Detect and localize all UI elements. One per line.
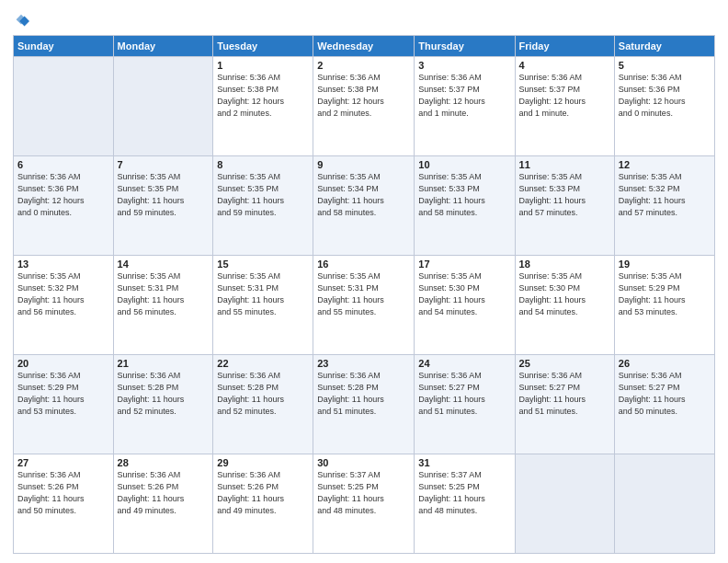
- header-cell-wednesday: Wednesday: [313, 36, 415, 57]
- day-number: 14: [118, 259, 210, 270]
- day-cell: 28Sunrise: 5:36 AM Sunset: 5:26 PM Dayli…: [113, 454, 213, 554]
- day-detail: Sunrise: 5:35 AM Sunset: 5:29 PM Dayligh…: [619, 270, 711, 318]
- header-cell-sunday: Sunday: [14, 36, 114, 57]
- week-row-3: 13Sunrise: 5:35 AM Sunset: 5:32 PM Dayli…: [14, 256, 715, 355]
- day-number: 7: [118, 159, 210, 170]
- day-cell: 14Sunrise: 5:35 AM Sunset: 5:31 PM Dayli…: [113, 256, 213, 355]
- day-cell: 10Sunrise: 5:35 AM Sunset: 5:33 PM Dayli…: [415, 156, 515, 256]
- day-number: 25: [519, 358, 610, 369]
- day-detail: Sunrise: 5:35 AM Sunset: 5:31 PM Dayligh…: [317, 270, 410, 318]
- day-detail: Sunrise: 5:35 AM Sunset: 5:34 PM Dayligh…: [317, 171, 410, 219]
- day-number: 26: [619, 358, 711, 369]
- day-number: 12: [619, 159, 711, 170]
- day-number: 15: [217, 259, 309, 270]
- day-detail: Sunrise: 5:36 AM Sunset: 5:27 PM Dayligh…: [418, 370, 510, 418]
- day-number: 27: [17, 457, 109, 468]
- day-detail: Sunrise: 5:36 AM Sunset: 5:26 PM Dayligh…: [217, 469, 309, 517]
- day-cell: 26Sunrise: 5:36 AM Sunset: 5:27 PM Dayli…: [614, 355, 714, 454]
- day-number: 31: [418, 457, 510, 468]
- week-row-5: 27Sunrise: 5:36 AM Sunset: 5:26 PM Dayli…: [14, 454, 715, 554]
- day-detail: Sunrise: 5:35 AM Sunset: 5:35 PM Dayligh…: [217, 171, 309, 219]
- day-cell: [113, 57, 213, 156]
- header: [13, 9, 715, 29]
- day-detail: Sunrise: 5:36 AM Sunset: 5:29 PM Dayligh…: [17, 370, 109, 418]
- day-cell: 24Sunrise: 5:36 AM Sunset: 5:27 PM Dayli…: [415, 355, 515, 454]
- day-detail: Sunrise: 5:35 AM Sunset: 5:31 PM Dayligh…: [217, 270, 309, 318]
- day-cell: 23Sunrise: 5:36 AM Sunset: 5:28 PM Dayli…: [313, 355, 415, 454]
- day-detail: Sunrise: 5:36 AM Sunset: 5:27 PM Dayligh…: [619, 370, 711, 418]
- day-cell: 11Sunrise: 5:35 AM Sunset: 5:33 PM Dayli…: [515, 156, 614, 256]
- header-cell-thursday: Thursday: [415, 36, 515, 57]
- day-detail: Sunrise: 5:37 AM Sunset: 5:25 PM Dayligh…: [317, 469, 410, 517]
- day-cell: [515, 454, 614, 554]
- day-number: 8: [217, 159, 309, 170]
- day-cell: 25Sunrise: 5:36 AM Sunset: 5:27 PM Dayli…: [515, 355, 614, 454]
- day-cell: 21Sunrise: 5:36 AM Sunset: 5:28 PM Dayli…: [113, 355, 213, 454]
- day-cell: 8Sunrise: 5:35 AM Sunset: 5:35 PM Daylig…: [213, 156, 313, 256]
- day-number: 29: [217, 457, 309, 468]
- day-detail: Sunrise: 5:36 AM Sunset: 5:37 PM Dayligh…: [418, 72, 510, 120]
- day-detail: Sunrise: 5:36 AM Sunset: 5:37 PM Dayligh…: [519, 72, 610, 120]
- week-row-1: 1Sunrise: 5:36 AM Sunset: 5:38 PM Daylig…: [14, 57, 715, 156]
- day-number: 19: [619, 259, 711, 270]
- day-detail: Sunrise: 5:35 AM Sunset: 5:30 PM Dayligh…: [519, 270, 610, 318]
- day-cell: [614, 454, 714, 554]
- day-detail: Sunrise: 5:36 AM Sunset: 5:38 PM Dayligh…: [317, 72, 410, 120]
- day-cell: 4Sunrise: 5:36 AM Sunset: 5:37 PM Daylig…: [515, 57, 614, 156]
- day-cell: 2Sunrise: 5:36 AM Sunset: 5:38 PM Daylig…: [313, 57, 415, 156]
- header-cell-tuesday: Tuesday: [213, 36, 313, 57]
- week-row-4: 20Sunrise: 5:36 AM Sunset: 5:29 PM Dayli…: [14, 355, 715, 454]
- day-detail: Sunrise: 5:36 AM Sunset: 5:27 PM Dayligh…: [519, 370, 610, 418]
- day-cell: 16Sunrise: 5:35 AM Sunset: 5:31 PM Dayli…: [313, 256, 415, 355]
- day-detail: Sunrise: 5:36 AM Sunset: 5:36 PM Dayligh…: [619, 72, 711, 120]
- day-number: 1: [217, 60, 309, 71]
- day-number: 21: [118, 358, 210, 369]
- day-detail: Sunrise: 5:35 AM Sunset: 5:33 PM Dayligh…: [519, 171, 610, 219]
- day-detail: Sunrise: 5:37 AM Sunset: 5:25 PM Dayligh…: [418, 469, 510, 517]
- day-number: 3: [418, 60, 510, 71]
- day-detail: Sunrise: 5:35 AM Sunset: 5:32 PM Dayligh…: [619, 171, 711, 219]
- day-cell: 27Sunrise: 5:36 AM Sunset: 5:26 PM Dayli…: [14, 454, 114, 554]
- day-number: 2: [317, 60, 410, 71]
- day-cell: 17Sunrise: 5:35 AM Sunset: 5:30 PM Dayli…: [415, 256, 515, 355]
- day-number: 17: [418, 259, 510, 270]
- day-number: 23: [317, 358, 410, 369]
- day-number: 6: [17, 159, 109, 170]
- day-cell: 5Sunrise: 5:36 AM Sunset: 5:36 PM Daylig…: [614, 57, 714, 156]
- day-number: 10: [418, 159, 510, 170]
- day-detail: Sunrise: 5:36 AM Sunset: 5:36 PM Dayligh…: [17, 171, 109, 219]
- day-detail: Sunrise: 5:36 AM Sunset: 5:26 PM Dayligh…: [17, 469, 109, 517]
- day-cell: 29Sunrise: 5:36 AM Sunset: 5:26 PM Dayli…: [213, 454, 313, 554]
- day-detail: Sunrise: 5:36 AM Sunset: 5:26 PM Dayligh…: [118, 469, 210, 517]
- day-number: 18: [519, 259, 610, 270]
- day-detail: Sunrise: 5:36 AM Sunset: 5:28 PM Dayligh…: [217, 370, 309, 418]
- day-number: 13: [17, 259, 109, 270]
- day-detail: Sunrise: 5:36 AM Sunset: 5:28 PM Dayligh…: [118, 370, 210, 418]
- day-detail: Sunrise: 5:35 AM Sunset: 5:35 PM Dayligh…: [118, 171, 210, 219]
- day-cell: 6Sunrise: 5:36 AM Sunset: 5:36 PM Daylig…: [14, 156, 114, 256]
- header-cell-monday: Monday: [113, 36, 213, 57]
- day-number: 5: [619, 60, 711, 71]
- week-row-2: 6Sunrise: 5:36 AM Sunset: 5:36 PM Daylig…: [14, 156, 715, 256]
- day-detail: Sunrise: 5:36 AM Sunset: 5:28 PM Dayligh…: [317, 370, 410, 418]
- logo-icon: [13, 13, 29, 29]
- calendar-table: SundayMondayTuesdayWednesdayThursdayFrid…: [13, 35, 715, 554]
- day-number: 9: [317, 159, 410, 170]
- day-cell: 18Sunrise: 5:35 AM Sunset: 5:30 PM Dayli…: [515, 256, 614, 355]
- day-number: 24: [418, 358, 510, 369]
- day-number: 30: [317, 457, 410, 468]
- day-cell: 15Sunrise: 5:35 AM Sunset: 5:31 PM Dayli…: [213, 256, 313, 355]
- day-number: 4: [519, 60, 610, 71]
- day-cell: 12Sunrise: 5:35 AM Sunset: 5:32 PM Dayli…: [614, 156, 714, 256]
- day-number: 20: [17, 358, 109, 369]
- day-cell: 22Sunrise: 5:36 AM Sunset: 5:28 PM Dayli…: [213, 355, 313, 454]
- calendar-header-row: SundayMondayTuesdayWednesdayThursdayFrid…: [14, 36, 715, 57]
- day-number: 11: [519, 159, 610, 170]
- logo: [13, 13, 31, 29]
- page: SundayMondayTuesdayWednesdayThursdayFrid…: [0, 0, 728, 563]
- day-cell: [14, 57, 114, 156]
- day-detail: Sunrise: 5:35 AM Sunset: 5:30 PM Dayligh…: [418, 270, 510, 318]
- day-cell: 3Sunrise: 5:36 AM Sunset: 5:37 PM Daylig…: [415, 57, 515, 156]
- day-cell: 19Sunrise: 5:35 AM Sunset: 5:29 PM Dayli…: [614, 256, 714, 355]
- day-cell: 30Sunrise: 5:37 AM Sunset: 5:25 PM Dayli…: [313, 454, 415, 554]
